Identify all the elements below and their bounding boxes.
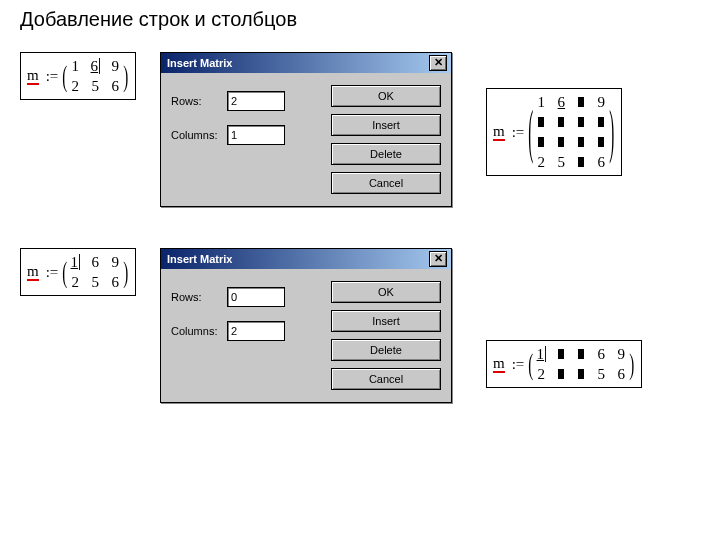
right-paren: ) [122, 255, 129, 289]
dialog-title: Insert Matrix [165, 253, 232, 265]
matrix-expression-3: m := ( 1 6 9 2 5 6 ) [20, 248, 136, 296]
insert-matrix-dialog-2: Insert Matrix ✕ Rows: Columns: OK Insert… [160, 248, 452, 403]
cell: 6 [90, 254, 100, 271]
matrix-expression-2: m := ( 1 6 9 2 5 6 ) [486, 88, 622, 176]
dialog-titlebar: Insert Matrix ✕ [161, 53, 451, 73]
cell: 1 [536, 94, 546, 111]
cell [556, 114, 566, 131]
matrix-var: m [27, 264, 39, 281]
cell: 2 [536, 366, 546, 383]
cell [576, 94, 586, 111]
left-paren: ( [527, 347, 534, 381]
cell: 1 [536, 346, 546, 363]
cell: 2 [70, 274, 80, 291]
cell [576, 114, 586, 131]
left-paren: ( [61, 255, 68, 289]
close-icon[interactable]: ✕ [429, 251, 447, 267]
cell: 9 [596, 94, 606, 111]
cell: 5 [90, 78, 100, 95]
matrix-grid: 1 6 9 2 5 6 [536, 345, 626, 383]
cell: 9 [616, 346, 626, 363]
close-icon[interactable]: ✕ [429, 55, 447, 71]
rows-input[interactable] [227, 287, 285, 307]
cell [576, 134, 586, 151]
cell: 6 [110, 78, 120, 95]
right-paren: ) [122, 59, 129, 93]
columns-input[interactable] [227, 321, 285, 341]
rows-label: Rows: [171, 291, 227, 303]
cell: 6 [596, 346, 606, 363]
columns-label: Columns: [171, 325, 227, 337]
matrix-grid: 1 6 9 2 5 6 [536, 93, 606, 171]
cell [536, 134, 546, 151]
cell: 5 [556, 154, 566, 171]
left-paren: ( [61, 59, 68, 93]
cell [536, 114, 546, 131]
right-paren: ) [608, 98, 615, 166]
rows-label: Rows: [171, 95, 227, 107]
matrix-expression-4: m := ( 1 6 9 2 5 6 ) [486, 340, 642, 388]
cell [576, 366, 586, 383]
matrix-var: m [493, 124, 505, 141]
assign-op: := [512, 124, 525, 141]
assign-op: := [512, 356, 525, 373]
dialog-titlebar: Insert Matrix ✕ [161, 249, 451, 269]
cell: 6 [596, 154, 606, 171]
matrix-grid: 1 6 9 2 5 6 [70, 253, 120, 291]
cell: 6 [556, 94, 566, 111]
insert-button[interactable]: Insert [331, 310, 441, 332]
cell: 5 [90, 274, 100, 291]
cell [556, 134, 566, 151]
cell: 9 [110, 58, 120, 75]
columns-input[interactable] [227, 125, 285, 145]
cell: 2 [70, 78, 80, 95]
dialog-title: Insert Matrix [165, 57, 232, 69]
insert-button[interactable]: Insert [331, 114, 441, 136]
right-paren: ) [628, 347, 635, 381]
columns-label: Columns: [171, 129, 227, 141]
cell [596, 114, 606, 131]
insert-matrix-dialog-1: Insert Matrix ✕ Rows: Columns: OK Insert… [160, 52, 452, 207]
delete-button[interactable]: Delete [331, 143, 441, 165]
cell [596, 134, 606, 151]
ok-button[interactable]: OK [331, 281, 441, 303]
matrix-var: m [27, 68, 39, 85]
cell: 6 [90, 58, 100, 75]
cell [576, 154, 586, 171]
rows-input[interactable] [227, 91, 285, 111]
assign-op: := [46, 264, 59, 281]
left-paren: ( [527, 98, 534, 166]
cell [556, 346, 566, 363]
ok-button[interactable]: OK [331, 85, 441, 107]
cell: 5 [596, 366, 606, 383]
cancel-button[interactable]: Cancel [331, 172, 441, 194]
assign-op: := [46, 68, 59, 85]
cell: 1 [70, 58, 80, 75]
cell: 9 [110, 254, 120, 271]
delete-button[interactable]: Delete [331, 339, 441, 361]
cell: 1 [70, 254, 80, 271]
page-title: Добавление строк и столбцов [20, 8, 297, 31]
cell: 6 [616, 366, 626, 383]
cell [576, 346, 586, 363]
cell: 2 [536, 154, 546, 171]
cancel-button[interactable]: Cancel [331, 368, 441, 390]
cell [556, 366, 566, 383]
cell: 6 [110, 274, 120, 291]
matrix-grid: 1 6 9 2 5 6 [70, 57, 120, 95]
matrix-var: m [493, 356, 505, 373]
matrix-expression-1: m := ( 1 6 9 2 5 6 ) [20, 52, 136, 100]
